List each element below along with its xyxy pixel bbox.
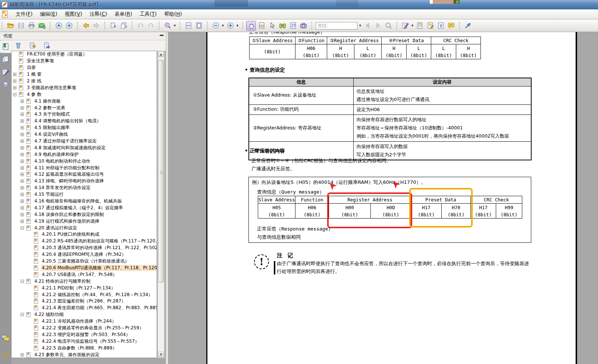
bookmark-label[interactable]: 4.21.2 储线器控制（Pr.44、Pr.45、Pr.128～Pr.134） <box>41 292 153 298</box>
menu-r[interactable]: 表单(R) <box>111 9 136 19</box>
expand-icon[interactable]: + <box>21 166 24 170</box>
bookmark-label[interactable]: 4.14 异常发生时的动作设定 <box>34 185 91 191</box>
attachments-tab[interactable] <box>0 348 11 361</box>
menu-t[interactable]: 工具(T) <box>136 9 160 19</box>
bookmark-label[interactable]: 4.20.2 RS-485通讯的初始设定与规格（Pr.117～Pr.120、P <box>41 238 157 244</box>
collapse-panel-button[interactable]: ◄◄ <box>159 33 163 37</box>
expand-icon[interactable]: + <box>21 353 24 357</box>
scroll-up-arrow[interactable]: ▲ <box>158 51 164 57</box>
collapse-icon[interactable]: − <box>21 313 24 316</box>
bookmark-item[interactable]: 4.21.4 再生回避功能（Pr.665、Pr.882、Pr.883、Pr.88… <box>12 305 157 311</box>
bookmark-label[interactable]: 4.20 通讯运行和设定 <box>34 225 78 231</box>
bookmark-item[interactable]: −4.22 辅助功能 <box>12 311 157 318</box>
select-icon[interactable] <box>267 21 277 31</box>
bookmark-item[interactable]: 4.22.5 自由参数（Pr.888、Pr.889） <box>12 345 157 351</box>
expand-icon[interactable]: + <box>21 119 24 123</box>
collapse-icon[interactable]: − <box>13 93 16 96</box>
bookmark-item[interactable]: 安全注意事项 <box>12 58 157 65</box>
read-mode-icon[interactable] <box>257 21 266 31</box>
bookmark-label[interactable]: 4.15 节能运行 <box>34 191 65 198</box>
bookmark-label[interactable]: 4.19 运行模式和操作场所的选择 <box>34 218 100 225</box>
bookmark-item[interactable]: 4.20.6 ModbusRTU通讯规格（Pr.117、Pr.118、Pr.12… <box>12 265 157 272</box>
delete-bookmark-button[interactable] <box>14 41 23 50</box>
dropdown-caret[interactable]: ▼ <box>410 21 414 31</box>
expand-icon[interactable]: + <box>21 100 24 103</box>
bookmark-item[interactable]: 4.20.7 USB通讯（Pr.547、Pr.548） <box>12 271 157 278</box>
bookmark-label[interactable]: 4.10 电机的制动和停止动作 <box>34 158 91 164</box>
print-icon[interactable] <box>26 21 36 31</box>
attach-note-icon[interactable] <box>415 21 425 31</box>
bookmark-item[interactable]: 目录 <box>12 65 157 71</box>
bookmark-item[interactable]: +4.14 异常发生时的动作设定 <box>12 185 157 191</box>
expand-icon[interactable]: + <box>21 106 24 110</box>
bookmark-label[interactable]: 4 参 数 <box>26 91 42 98</box>
back-icon[interactable] <box>81 21 91 31</box>
page-up-icon[interactable] <box>54 21 63 31</box>
bookmarks-scrollbar[interactable]: ▲ ▼ <box>157 51 165 358</box>
bookmark-label[interactable]: 4.22.5 自由参数（Pr.888、Pr.889） <box>41 345 118 351</box>
menu-f[interactable]: 文件(F) <box>12 9 36 19</box>
bookmark-label[interactable]: 安全注意事项 <box>26 58 54 64</box>
bookmark-item[interactable]: +4.1 操作面板 <box>12 98 157 104</box>
export-bookmark-button[interactable] <box>42 41 51 50</box>
expand-icon[interactable]: + <box>21 113 24 116</box>
bookmark-item[interactable]: 4.21.2 储线器控制（Pr.44、Pr.45、Pr.128～Pr.134） <box>12 291 157 298</box>
select-text-icon[interactable]: IT <box>288 21 298 31</box>
bookmark-item[interactable]: −4.21 特殊的运行与频率控制 <box>12 278 157 285</box>
scrollbar-thumb[interactable] <box>158 60 164 282</box>
bookmark-item[interactable]: 4.22.3 维护定时器报警（Pr.503、Pr.504） <box>12 331 157 338</box>
bookmark-item[interactable]: 4.20.4 通讯EEPROM写入选择（Pr.342） <box>12 251 157 258</box>
bookmark-item[interactable]: +4.5 限制输出频率 <box>12 125 157 131</box>
bookmark-label[interactable]: 4.8 加减速时间和加减速曲线的设定 <box>34 145 106 151</box>
expand-icon[interactable]: + <box>21 200 24 203</box>
snapshot-icon[interactable] <box>298 21 308 31</box>
bookmark-item[interactable]: 4.22.1 冷却风扇动作选择（Pr.244） <box>12 318 157 325</box>
bookmark-label[interactable]: 4.22.4 电流平均值监视信号（Pr.555～Pr.557） <box>41 338 140 345</box>
bookmark-item[interactable]: +1 概 要 <box>12 71 157 78</box>
bookmark-label[interactable]: 4.16 电机噪音和电磁噪音的降低、机械共振 <box>34 198 123 204</box>
highlight-icon[interactable] <box>425 21 435 31</box>
bookmark-label[interactable]: 4.20.3 通讯异常时的动作选择（Pr.121、Pr.122、Pr.502） <box>41 245 157 251</box>
bookmark-item[interactable]: −4.20 通讯运行和设定 <box>12 225 157 231</box>
bookmark-label[interactable]: 4.23 参数单元、操作面板的设定 <box>34 352 100 358</box>
bookmark-label[interactable]: 4.21.3 固定偏差控制（Pr.286、Pr.287） <box>41 298 126 304</box>
layers-panel-tab[interactable] <box>0 78 11 91</box>
collapse-icon[interactable]: − <box>21 280 24 283</box>
scroll-down-arrow[interactable]: ▼ <box>158 352 164 357</box>
find-input[interactable] <box>316 22 357 29</box>
bookmark-item[interactable]: +4.6 设定V/F曲线 <box>12 131 157 138</box>
bookmark-label[interactable]: 4.3 关于控制模式 <box>34 111 71 117</box>
menu-v[interactable]: 视图(V) <box>61 9 86 19</box>
expand-icon[interactable]: + <box>21 186 24 189</box>
bookmark-label[interactable]: 4.17 通过模拟量输入（端子2、4）设定频率 <box>34 205 124 211</box>
single-page-view-icon[interactable] <box>108 21 118 31</box>
email-icon[interactable] <box>37 21 47 31</box>
typewriter-icon[interactable]: T <box>436 21 445 31</box>
bookmarks-panel-tab[interactable] <box>0 40 11 53</box>
bookmark-item[interactable]: 4.20.3 通讯异常时的动作选择（Pr.121、Pr.122、Pr.502） <box>12 245 157 251</box>
bookmark-label[interactable]: 4.18 误操作防止和参数设定的限制 <box>34 211 105 218</box>
bookmark-label[interactable]: 4.5 限制输出频率 <box>34 125 71 131</box>
bookmark-label[interactable]: 4.22.2 变频器零件的寿命显示（Pr.255～Pr.259） <box>41 325 144 331</box>
bookmark-label[interactable]: 2 接 线 <box>26 78 42 84</box>
menu-e[interactable]: 编辑(E) <box>36 9 61 19</box>
bookmark-label[interactable]: 4.4 调整电机的输出转矩（电流） <box>34 118 102 124</box>
bookmark-label[interactable]: 4.21 特殊的运行与频率控制 <box>34 278 91 285</box>
zoom-out-icon[interactable] <box>211 21 220 31</box>
bookmark-label[interactable]: 4.11 外部端子的功能分配和控制 <box>34 165 100 171</box>
expand-icon[interactable]: + <box>21 206 24 210</box>
expand-icon[interactable]: + <box>21 139 24 143</box>
note-icon[interactable] <box>446 21 456 31</box>
fit-width-icon[interactable] <box>184 21 193 31</box>
markup-pencil-icon[interactable] <box>400 21 410 31</box>
bookmark-item[interactable]: +4.18 误操作防止和参数设定的限制 <box>12 211 157 218</box>
search-icon[interactable] <box>383 21 393 31</box>
bookmark-item[interactable]: 4.20.2 RS-485通讯的初始设定与规格（Pr.117～Pr.120、P <box>12 238 157 245</box>
fit-page-icon[interactable] <box>194 21 204 31</box>
bookmark-item[interactable]: +4.4 调整电机的输出转矩（电流） <box>12 118 157 125</box>
bookmark-item[interactable]: +4.11 外部端子的功能分配和控制 <box>12 164 157 171</box>
expand-icon[interactable]: + <box>21 179 24 183</box>
bookmark-label[interactable]: 4.20.1 PU接口的接线和构成 <box>41 231 100 238</box>
expand-icon[interactable]: + <box>21 193 24 196</box>
pages-panel-tab[interactable] <box>0 53 11 66</box>
